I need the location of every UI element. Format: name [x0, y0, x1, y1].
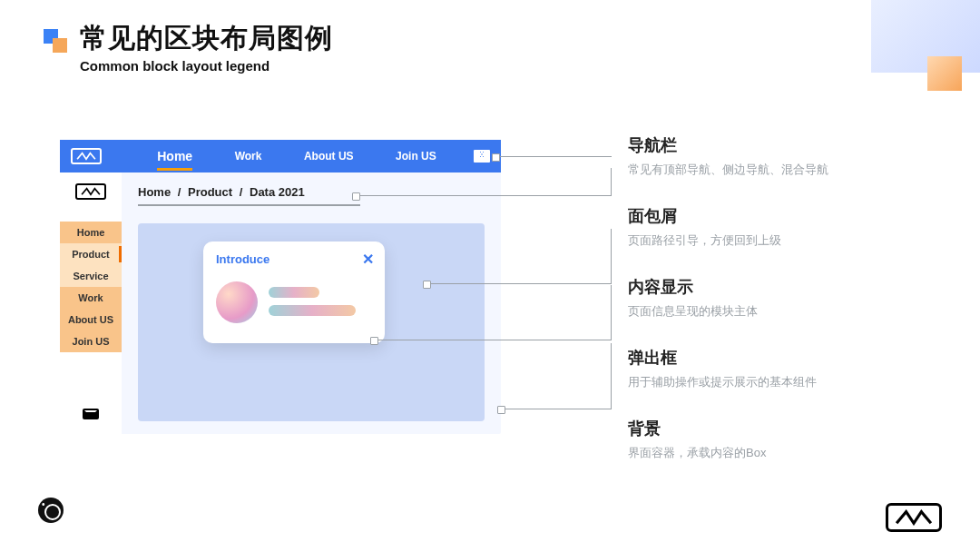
- close-icon[interactable]: ✕: [362, 251, 374, 268]
- connector-line: [354, 195, 612, 196]
- legend: 导航栏 常见有顶部导航、侧边导航、混合导航 面包屑 页面路径引导，方便回到上级 …: [628, 134, 955, 488]
- top-nav-items: Home Work About US Join US: [136, 149, 457, 163]
- top-nav-item-join[interactable]: Join US: [396, 150, 436, 163]
- footer-badge-icon: [38, 498, 64, 523]
- title-accent-icon: [44, 29, 69, 54]
- footer-brand-logo-icon: [886, 503, 942, 532]
- connector-line: [499, 409, 612, 409]
- legend-desc: 用于辅助操作或提示展示的基本组件: [628, 374, 955, 390]
- text-placeholder: [269, 305, 356, 316]
- decor-gradient-blue: [871, 0, 980, 73]
- brand-logo-icon: [75, 183, 106, 200]
- connector-line: [372, 340, 612, 340]
- layout-preview: Home Work About US Join US Home Product …: [60, 140, 501, 434]
- side-nav-item-work[interactable]: Work: [60, 287, 122, 309]
- legend-row-nav: 导航栏 常见有顶部导航、侧边导航、混合导航: [628, 134, 955, 178]
- breadcrumb: Home / Product / Data 2021: [138, 185, 485, 199]
- breadcrumb-current: Data 2021: [250, 185, 305, 199]
- legend-desc: 页面路径引导，方便回到上级: [628, 232, 955, 249]
- side-nav-item-join[interactable]: Join US: [60, 330, 122, 352]
- legend-desc: 页面信息呈现的模块主体: [628, 303, 955, 320]
- main-area: Home / Product / Data 2021 Introduce ✕: [122, 172, 501, 434]
- popup-title: Introduce: [216, 252, 372, 266]
- text-placeholder: [269, 287, 319, 298]
- legend-heading: 面包屑: [628, 205, 955, 227]
- connector-line: [425, 283, 612, 284]
- page-title-en: Common block layout legend: [80, 58, 270, 74]
- side-nav-item-home[interactable]: Home: [60, 222, 122, 243]
- side-nav-item-product[interactable]: Product: [60, 243, 122, 265]
- decor-gradient-orange: [927, 56, 962, 91]
- breadcrumb-underline: [138, 204, 360, 206]
- breadcrumb-part[interactable]: Product: [188, 185, 232, 199]
- legend-row-breadcrumb: 面包屑 页面路径引导，方便回到上级: [628, 205, 955, 249]
- mail-icon[interactable]: [83, 409, 99, 419]
- side-nav-item-service[interactable]: Service: [60, 265, 122, 287]
- side-nav-item-about[interactable]: About US: [60, 309, 122, 330]
- top-nav: Home Work About US Join US: [60, 140, 501, 172]
- page-title-cn: 常见的区块布局图例: [80, 20, 333, 57]
- connector-line: [494, 156, 612, 157]
- legend-row-popup: 弹出框 用于辅助操作或提示展示的基本组件: [628, 347, 955, 390]
- legend-heading: 弹出框: [628, 347, 955, 369]
- breadcrumb-sep-icon: /: [240, 185, 243, 199]
- legend-heading: 背景: [628, 418, 955, 439]
- breadcrumb-part[interactable]: Home: [138, 185, 171, 199]
- breadcrumb-sep-icon: /: [178, 185, 181, 199]
- legend-desc: 常见有顶部导航、侧边导航、混合导航: [628, 162, 955, 178]
- side-nav: Home Product Service Work About US Join …: [60, 172, 122, 434]
- mail-icon[interactable]: [474, 150, 490, 163]
- top-nav-item-home[interactable]: Home: [157, 149, 192, 163]
- avatar-placeholder-icon: [216, 281, 258, 323]
- legend-desc: 界面容器，承载内容的Box: [628, 445, 955, 461]
- legend-row-content: 内容显示 页面信息呈现的模块主体: [628, 276, 955, 320]
- legend-heading: 导航栏: [628, 134, 955, 156]
- popup-dialog: Introduce ✕: [203, 242, 385, 343]
- top-nav-item-about[interactable]: About US: [304, 150, 354, 163]
- brand-logo-icon: [71, 148, 102, 164]
- legend-row-background: 背景 界面容器，承载内容的Box: [628, 418, 955, 461]
- top-nav-item-work[interactable]: Work: [235, 150, 262, 163]
- legend-heading: 内容显示: [628, 276, 955, 298]
